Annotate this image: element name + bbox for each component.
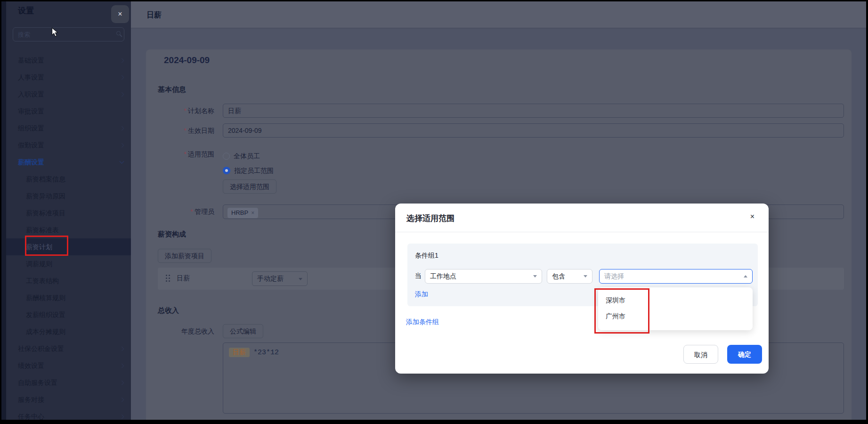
admin-label: *管理员 — [158, 208, 214, 216]
submenu-item-cost-allocation-rule[interactable]: 成本分摊规则 — [6, 323, 131, 340]
sidebar-item-compensation-settings[interactable]: 薪酬设置 — [6, 154, 131, 171]
scope-label: *适用范围 — [158, 150, 214, 159]
sidebar-item-performance-settings[interactable]: 绩效设置 — [6, 357, 131, 374]
sidebar-item-org-settings[interactable]: 组织设置 — [6, 120, 131, 137]
sidebar-item-task-center[interactable]: 任务中心 — [6, 408, 131, 420]
required-mark: * — [184, 107, 187, 114]
chevron-right-icon — [120, 347, 124, 351]
condition-group-title: 条件组1 — [415, 252, 438, 260]
dialog-close-icon[interactable]: × — [750, 212, 754, 221]
workspace: 设置 × 基础设置 人事设置 入职设置 审批设置 — [1, 1, 866, 420]
search-input[interactable] — [13, 27, 124, 41]
sidebar-item-hr-settings[interactable]: 人事设置 — [6, 69, 131, 86]
sidebar-title: 设置 — [18, 5, 34, 16]
section-composition: 薪资构成 — [158, 230, 186, 239]
chevron-right-icon — [120, 143, 124, 148]
form-row-scope: *适用范围 全体员工 指定员工范围 选择适用范围 — [158, 150, 844, 194]
chevron-down-icon — [533, 275, 537, 277]
chevron-down-icon — [299, 278, 302, 280]
submenu-item-salary-adjustment-rule[interactable]: 调薪规则 — [6, 255, 131, 272]
chevron-up-icon — [744, 275, 747, 277]
sidebar-close-button[interactable]: × — [111, 5, 129, 23]
scope-option-specified[interactable]: 指定员工范围 — [223, 165, 844, 176]
form-row-effective-date: *生效日期 2024-09-09 — [158, 123, 844, 138]
formula-item-tag: 日薪 — [229, 348, 250, 357]
formula-edit-button[interactable]: 公式编辑 — [223, 324, 263, 338]
sidebar-item-attendance-settings[interactable]: 假勤设置 — [6, 137, 131, 154]
search-icon — [116, 31, 121, 35]
app-window: 设置 × 基础设置 人事设置 入职设置 审批设置 — [0, 0, 868, 424]
confirm-button[interactable]: 确定 — [727, 345, 762, 364]
chevron-right-icon — [120, 381, 124, 385]
section-basic-info: 基本信息 — [158, 85, 186, 94]
required-mark: * — [184, 127, 187, 134]
chevron-right-icon — [120, 92, 124, 97]
dialog-header-divider — [395, 232, 769, 232]
submenu-item-payroll-structure[interactable]: 工资表结构 — [6, 272, 131, 289]
select-scope-button[interactable]: 选择适用范围 — [223, 179, 276, 194]
chevron-right-icon — [120, 126, 124, 131]
submenu-item-salary-archive[interactable]: 薪资档案信息 — [6, 171, 131, 188]
required-mark: * — [184, 150, 187, 158]
section-total-income: 总收入 — [158, 306, 179, 315]
admin-tag-hrbp: HRBP× — [227, 208, 258, 218]
plan-version-date: 2024-09-09 — [164, 55, 210, 65]
condition-operator-select[interactable]: 包含 — [547, 269, 592, 284]
sidebar-item-onboarding-settings[interactable]: 入职设置 — [6, 86, 131, 103]
tag-remove-icon[interactable]: × — [251, 210, 254, 216]
mouse-cursor — [51, 27, 60, 40]
annual-total-label: 年度总收入 — [158, 327, 214, 336]
sidebar-item-basic-settings[interactable]: 基础设置 — [6, 52, 131, 69]
effective-date-label: *生效日期 — [158, 127, 214, 135]
when-label: 当 — [415, 272, 422, 280]
salary-mode-select[interactable]: 手动定薪 — [252, 271, 308, 286]
sidebar-item-service-integration[interactable]: 服务对接 — [6, 391, 131, 408]
chevron-right-icon — [120, 415, 124, 419]
sidebar-item-self-service-settings[interactable]: 自助服务设置 — [6, 374, 131, 391]
condition-value-select[interactable]: 请选择 — [599, 269, 753, 284]
chevron-right-icon — [120, 398, 124, 402]
chevron-right-icon — [120, 364, 124, 368]
salary-item-name: 日薪 — [177, 274, 190, 283]
radio-selected-icon[interactable] — [223, 167, 230, 174]
radio-unselected-icon[interactable] — [223, 153, 230, 160]
cancel-button[interactable]: 取消 — [683, 345, 718, 364]
add-condition-group-link[interactable]: 添加条件组 — [406, 318, 439, 326]
annotation-box-city-options — [594, 288, 649, 334]
required-mark: * — [191, 208, 193, 215]
submenu-item-compensation-calc-rule[interactable]: 薪酬核算规则 — [6, 289, 131, 306]
effective-date-input[interactable]: 2024-09-09 — [223, 123, 844, 138]
page-title: 日薪 — [146, 10, 162, 20]
chevron-right-icon — [120, 75, 124, 80]
page-header: 日薪 — [131, 1, 866, 28]
submenu-item-payroll-org-settings[interactable]: 发薪组织设置 — [6, 306, 131, 323]
annotation-box-salary-plan — [25, 236, 68, 256]
plan-name-input[interactable]: 日薪 — [223, 104, 844, 118]
dialog-title: 选择适用范围 — [406, 213, 454, 224]
chevron-down-icon — [584, 275, 587, 277]
chevron-right-icon — [120, 58, 124, 63]
drag-handle-icon[interactable] — [166, 275, 167, 276]
add-salary-item-button[interactable]: 添加薪资项目 — [158, 249, 211, 263]
submenu-item-salary-change-reason[interactable]: 薪资异动原因 — [6, 188, 131, 204]
sidebar-item-approval-settings[interactable]: 审批设置 — [6, 103, 131, 120]
chevron-down-icon — [120, 159, 124, 164]
settings-sidebar: 设置 × 基础设置 人事设置 入职设置 审批设置 — [6, 1, 131, 420]
plan-name-label: *计划名称 — [158, 107, 214, 115]
add-condition-link[interactable]: 添加 — [415, 290, 428, 299]
left-edge-strip — [1, 1, 6, 420]
sidebar-item-social-insurance-settings[interactable]: 社保公积金设置 — [6, 340, 131, 357]
formula-expression: *23*12 — [253, 349, 279, 357]
scope-option-all[interactable]: 全体员工 — [223, 150, 844, 162]
form-row-plan-name: *计划名称 日薪 — [158, 104, 844, 118]
condition-field-select[interactable]: 工作地点 — [425, 269, 542, 284]
submenu-item-salary-standard-item[interactable]: 薪资标准项目 — [6, 204, 131, 221]
